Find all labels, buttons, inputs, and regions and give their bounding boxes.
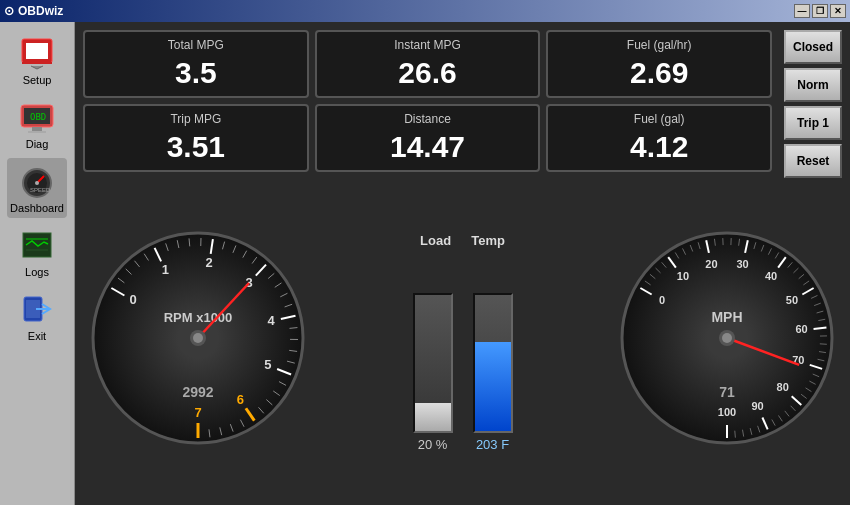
sidebar: Setup OBD Diag [0,22,75,505]
sidebar-item-logs[interactable]: Logs [7,222,67,282]
sidebar-item-dashboard[interactable]: SPEED Dashboard [7,158,67,218]
title-bar: ⊙ OBDwiz — ❐ ✕ [0,0,850,22]
total-mpg-box: Total MPG 3.5 [83,30,309,98]
load-label: Load [420,233,451,248]
setup-label: Setup [23,74,52,86]
sidebar-item-diag[interactable]: OBD Diag [7,94,67,154]
window-title: OBDwiz [18,4,794,18]
norm-button[interactable]: Norm [784,68,842,102]
logs-label: Logs [25,266,49,278]
bar-gauges: Load Temp 20 % 203 F [403,223,523,453]
total-mpg-value: 3.5 [175,56,217,90]
exit-label: Exit [28,330,46,342]
metrics-row-1: Total MPG 3.5 Instant MPG 26.6 Fuel (gal… [83,30,772,98]
fuel-gal-hr-value: 2.69 [630,56,688,90]
app-icon: ⊙ [4,4,14,18]
distance-box: Distance 14.47 [315,104,541,172]
svg-text:SPEED: SPEED [30,187,51,193]
load-value: 20 % [418,437,448,452]
temp-bar-track [473,293,513,433]
bar-labels: Load Temp [420,233,505,248]
trip-mpg-box: Trip MPG 3.51 [83,104,309,172]
logs-icon [16,226,58,264]
fuel-gal-label: Fuel (gal) [634,112,685,126]
total-mpg-label: Total MPG [168,38,224,52]
diag-label: Diag [26,138,49,150]
temp-bar-fill [475,342,511,430]
dashboard-label: Dashboard [10,202,64,214]
trip-mpg-label: Trip MPG [170,112,221,126]
exit-icon [16,290,58,328]
metrics-row-2: Trip MPG 3.51 Distance 14.47 Fuel (gal) … [83,104,772,172]
sidebar-item-exit[interactable]: Exit [7,286,67,346]
gauges-row: Load Temp 20 % 203 F [83,178,842,497]
svg-rect-1 [26,43,48,59]
load-bar-fill [415,403,451,430]
main-container: Setup OBD Diag [0,22,850,505]
mph-canvas [612,223,842,453]
svg-text:OBD: OBD [30,112,46,122]
instant-mpg-label: Instant MPG [394,38,461,52]
fuel-gal-hr-label: Fuel (gal/hr) [627,38,692,52]
load-bar-track [413,293,453,433]
diag-icon: OBD [16,98,58,136]
svg-rect-5 [32,127,42,131]
mph-gauge [612,223,842,453]
temp-label: Temp [471,233,505,248]
instant-mpg-value: 26.6 [398,56,456,90]
distance-value: 14.47 [390,130,465,164]
distance-label: Distance [404,112,451,126]
close-button[interactable]: ✕ [830,4,846,18]
right-panel: Closed Norm Trip 1 Reset [784,30,842,178]
dashboard-icon: SPEED [16,162,58,200]
bars-container: 20 % 203 F [408,256,518,453]
fuel-gal-hr-box: Fuel (gal/hr) 2.69 [546,30,772,98]
restore-button[interactable]: ❐ [812,4,828,18]
trip-mpg-value: 3.51 [167,130,225,164]
instant-mpg-box: Instant MPG 26.6 [315,30,541,98]
fuel-gal-value: 4.12 [630,130,688,164]
minimize-button[interactable]: — [794,4,810,18]
temp-value: 203 F [476,437,509,452]
fuel-gal-box: Fuel (gal) 4.12 [546,104,772,172]
rpm-canvas [83,223,313,453]
window-controls: — ❐ ✕ [794,4,846,18]
content-area: Closed Norm Trip 1 Reset Total MPG 3.5 I… [75,22,850,505]
load-bar-wrapper: 20 % [408,293,458,453]
closed-button[interactable]: Closed [784,30,842,64]
rpm-gauge [83,223,313,453]
svg-rect-6 [28,131,46,133]
temp-bar-wrapper: 203 F [468,293,518,453]
trip1-button[interactable]: Trip 1 [784,106,842,140]
sidebar-item-setup[interactable]: Setup [7,30,67,90]
reset-button[interactable]: Reset [784,144,842,178]
svg-point-11 [35,181,39,185]
setup-icon [16,34,58,72]
